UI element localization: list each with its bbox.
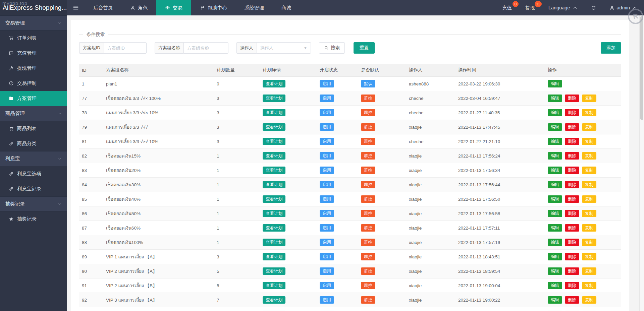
- delete-button[interactable]: 删除: [565, 267, 579, 275]
- view-plan-button[interactable]: 查看计划: [263, 80, 285, 88]
- sidebar-item-9[interactable]: 商品分类: [0, 136, 67, 151]
- group-control-badge[interactable]: 群控: [361, 296, 375, 304]
- edit-button[interactable]: 编辑: [548, 109, 562, 117]
- sidebar-item-8[interactable]: 商品列表: [0, 121, 67, 136]
- view-plan-button[interactable]: 查看计划: [263, 296, 285, 304]
- group-control-badge[interactable]: 群控: [361, 138, 375, 145]
- delete-button[interactable]: 删除: [565, 224, 579, 232]
- sidebar-item-6[interactable]: 方案管理: [0, 91, 67, 106]
- view-plan-button[interactable]: 查看计划: [263, 167, 285, 174]
- edit-button[interactable]: 编辑: [548, 282, 562, 290]
- group-control-badge[interactable]: 群控: [361, 224, 375, 232]
- copy-button[interactable]: 复制: [582, 95, 596, 102]
- view-plan-button[interactable]: 查看计划: [263, 109, 285, 117]
- group-control-badge[interactable]: 群控: [361, 210, 375, 217]
- edit-button[interactable]: 编辑: [548, 95, 562, 102]
- edit-button[interactable]: 编辑: [548, 138, 562, 145]
- delete-button[interactable]: 删除: [565, 123, 579, 131]
- recharge-menu-item[interactable]: 充值 0: [495, 0, 519, 15]
- copy-button[interactable]: 复制: [582, 296, 596, 304]
- refresh-button[interactable]: [584, 0, 603, 15]
- nav-item-6[interactable]: 商城: [273, 0, 300, 15]
- sidebar-group-10[interactable]: 利息宝: [0, 151, 67, 166]
- delete-button[interactable]: 删除: [565, 253, 579, 261]
- sidebar-item-12[interactable]: 利息宝记录: [0, 181, 67, 196]
- copy-button[interactable]: 复制: [582, 210, 596, 217]
- view-plan-button[interactable]: 查看计划: [263, 224, 285, 232]
- delete-button[interactable]: 删除: [565, 152, 579, 160]
- delete-button[interactable]: 删除: [565, 167, 579, 174]
- group-control-badge[interactable]: 群控: [361, 267, 375, 275]
- language-dropdown[interactable]: Language: [542, 0, 584, 15]
- copy-button[interactable]: 复制: [582, 152, 596, 160]
- delete-button[interactable]: 删除: [565, 239, 579, 246]
- sidebar-group-13[interactable]: 抽奖记录: [0, 196, 67, 211]
- view-plan-button[interactable]: 查看计划: [263, 138, 285, 145]
- view-plan-button[interactable]: 查看计划: [263, 123, 285, 131]
- delete-button[interactable]: 删除: [565, 210, 579, 217]
- edit-button[interactable]: 编辑: [548, 267, 562, 275]
- group-control-badge[interactable]: 群控: [361, 167, 375, 174]
- group-control-badge[interactable]: 群控: [361, 123, 375, 131]
- nav-item-1[interactable]: 后台首页: [85, 0, 121, 15]
- copy-button[interactable]: 复制: [582, 123, 596, 131]
- sidebar-item-11[interactable]: 利息宝选项: [0, 166, 67, 181]
- copy-button[interactable]: 复制: [582, 167, 596, 174]
- edit-button[interactable]: 编辑: [548, 123, 562, 131]
- sidebar-item-4[interactable]: 提现管理: [0, 61, 67, 76]
- copy-button[interactable]: 复制: [582, 253, 596, 261]
- edit-button[interactable]: 编辑: [548, 167, 562, 174]
- delete-button[interactable]: 删除: [565, 95, 579, 102]
- copy-button[interactable]: 复制: [582, 239, 596, 246]
- status-enabled-button[interactable]: 启用: [320, 181, 334, 189]
- edit-button[interactable]: 编辑: [548, 224, 562, 232]
- status-enabled-button[interactable]: 启用: [320, 224, 334, 232]
- status-enabled-button[interactable]: 启用: [320, 138, 334, 145]
- nav-item-4[interactable]: 帮助中心: [191, 0, 236, 15]
- copy-button[interactable]: 复制: [582, 138, 596, 145]
- group-control-badge[interactable]: 群控: [361, 181, 375, 189]
- edit-button[interactable]: 编辑: [548, 80, 562, 88]
- default-badge[interactable]: 默认: [361, 80, 375, 88]
- delete-button[interactable]: 删除: [565, 109, 579, 117]
- status-enabled-button[interactable]: 启用: [320, 123, 334, 131]
- edit-button[interactable]: 编辑: [548, 195, 562, 203]
- edit-button[interactable]: 编辑: [548, 152, 562, 160]
- group-control-badge[interactable]: 群控: [361, 109, 375, 117]
- group-control-badge[interactable]: 群控: [361, 253, 375, 261]
- status-enabled-button[interactable]: 启用: [320, 239, 334, 246]
- copy-button[interactable]: 复制: [582, 195, 596, 203]
- view-plan-button[interactable]: 查看计划: [263, 181, 285, 189]
- sidebar-item-5[interactable]: 交易控制: [0, 76, 67, 91]
- withdraw-menu-item[interactable]: 提现 11: [519, 0, 542, 15]
- view-plan-button[interactable]: 查看计划: [263, 267, 285, 275]
- view-plan-button[interactable]: 查看计划: [263, 195, 285, 203]
- status-enabled-button[interactable]: 启用: [320, 152, 334, 160]
- reset-button[interactable]: 重置: [354, 42, 375, 54]
- group-control-badge[interactable]: 群控: [361, 239, 375, 246]
- delete-button[interactable]: 删除: [565, 181, 579, 189]
- delete-button[interactable]: 删除: [565, 282, 579, 290]
- sidebar-item-14[interactable]: 抽奖记录: [0, 211, 67, 227]
- group-control-badge[interactable]: 群控: [361, 195, 375, 203]
- edit-button[interactable]: 编辑: [548, 210, 562, 217]
- edit-button[interactable]: 编辑: [548, 296, 562, 304]
- view-plan-button[interactable]: 查看计划: [263, 95, 285, 102]
- group-control-badge[interactable]: 群控: [361, 95, 375, 102]
- scrollbar-thumb[interactable]: [640, 16, 643, 120]
- nav-item-3[interactable]: 交易: [156, 0, 191, 15]
- sidebar-toggle-button[interactable]: [67, 0, 85, 15]
- nav-item-2[interactable]: 角色: [121, 0, 156, 15]
- group-name-input[interactable]: [183, 42, 228, 54]
- add-button[interactable]: 添加: [601, 42, 621, 54]
- copy-button[interactable]: 复制: [582, 267, 596, 275]
- status-enabled-button[interactable]: 启用: [320, 282, 334, 290]
- status-enabled-button[interactable]: 启用: [320, 109, 334, 117]
- group-control-badge[interactable]: 群控: [361, 152, 375, 160]
- status-enabled-button[interactable]: 启用: [320, 267, 334, 275]
- delete-button[interactable]: 删除: [565, 195, 579, 203]
- sidebar-item-3[interactable]: 充值管理: [0, 46, 67, 61]
- search-button[interactable]: 搜索: [319, 42, 345, 54]
- status-enabled-button[interactable]: 启用: [320, 167, 334, 174]
- status-enabled-button[interactable]: 启用: [320, 195, 334, 203]
